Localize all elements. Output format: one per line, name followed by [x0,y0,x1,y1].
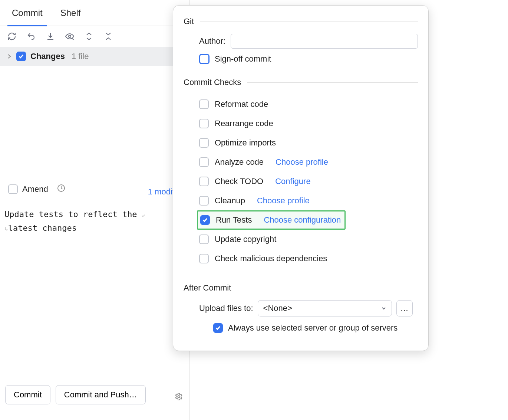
reformat-label: Reformat code [215,99,268,109]
soft-wrap-icon: ↙ [142,211,146,219]
amend-label: Amend [22,184,48,194]
copyright-checkbox[interactable] [199,234,209,244]
upload-select[interactable]: <None> [258,300,392,316]
always-row: Always use selected server or group of s… [184,323,418,333]
soft-wrap-icon: ↳ [4,225,8,232]
reformat-row: Reformat code [184,95,418,114]
commit-checks-label: Commit Checks [184,78,241,87]
author-input[interactable] [231,34,418,49]
svg-point-3 [69,35,71,37]
upload-label: Upload files to: [199,303,253,313]
always-label: Always use selected server or group of s… [228,323,398,333]
malicious-label: Check malicious dependencies [215,254,327,263]
chevron-down-icon [381,306,386,311]
cleanup-checkbox[interactable] [199,196,209,206]
analyze-row: Analyze code Choose profile [184,152,418,172]
commit-panel: Commit Shelf Changes [0,0,190,420]
upload-ellipsis-button[interactable]: … [396,300,413,316]
analyze-label: Analyze code [215,157,264,167]
tabs: Commit Shelf [0,0,189,26]
download-icon[interactable] [45,31,56,42]
signoff-checkbox[interactable] [199,54,210,64]
upload-row: Upload files to: <None> … [184,300,418,316]
chevron-right-icon[interactable] [7,52,12,61]
malicious-checkbox[interactable] [199,254,209,263]
analyze-choose-profile[interactable]: Choose profile [276,157,328,167]
rearrange-checkbox[interactable] [199,119,209,128]
history-icon[interactable] [57,184,65,194]
optimize-row: Optimize imports [184,133,418,152]
todo-label: Check TODO [215,177,263,186]
run-tests-label: Run Tests [216,215,252,225]
amend-checkbox[interactable] [8,184,18,194]
run-tests-checkbox[interactable] [200,215,210,225]
copyright-label: Update copyright [215,234,276,244]
todo-row: Check TODO Configure [184,172,418,191]
optimize-label: Optimize imports [215,138,276,148]
todo-configure[interactable]: Configure [275,177,310,186]
commit-checks-section: Commit Checks [184,78,418,87]
tab-shelf[interactable]: Shelf [56,0,85,26]
rearrange-label: Rearrange code [215,119,273,128]
malicious-row: Check malicious dependencies [184,249,418,268]
collapse-all-icon[interactable] [103,31,113,42]
commit-msg-line2: latest changes [8,223,77,233]
git-section: Git [184,17,418,26]
refresh-icon[interactable] [7,31,17,42]
after-commit-section: After Commit [184,283,418,293]
commit-msg-line1: Update tests to reflect the [4,210,137,219]
todo-checkbox[interactable] [199,177,209,186]
signoff-label: Sign-off commit [215,54,271,64]
modified-link[interactable]: 1 modif [148,187,175,197]
settings-icon[interactable] [175,393,183,403]
commit-buttons: Commit Commit and Push… [5,385,146,404]
cleanup-row: Cleanup Choose profile [184,191,418,210]
author-label: Author: [199,36,225,46]
analyze-checkbox[interactable] [199,157,209,167]
reformat-checkbox[interactable] [199,99,209,109]
author-row: Author: [184,34,418,49]
rearrange-row: Rearrange code [184,114,418,133]
upload-value: <None> [263,303,292,313]
changes-label: Changes [30,52,65,61]
changes-node[interactable]: Changes 1 file [0,47,189,66]
preview-icon[interactable] [65,31,75,42]
changes-count: 1 file [72,52,89,61]
always-checkbox[interactable] [213,323,223,333]
commit-options-popover: Git Author: Sign-off commit Commit Check… [173,5,429,351]
revert-icon[interactable] [26,31,36,42]
expand-all-icon[interactable] [84,31,94,42]
optimize-checkbox[interactable] [199,138,209,148]
tab-commit[interactable]: Commit [7,1,47,26]
commit-push-button[interactable]: Commit and Push… [56,385,146,404]
copyright-row: Update copyright [184,230,418,249]
cleanup-choose-profile[interactable]: Choose profile [257,196,310,206]
svg-point-5 [178,396,180,398]
signoff-row: Sign-off commit [184,54,418,64]
commit-toolbar [0,26,189,47]
git-section-label: Git [184,17,194,26]
amend-row: Amend [0,182,73,197]
after-commit-label: After Commit [184,283,231,293]
changes-checkbox[interactable] [16,52,26,61]
run-tests-row: Run Tests Choose configuration [197,210,346,230]
commit-button[interactable]: Commit [5,385,50,404]
run-tests-choose-config[interactable]: Choose configuration [264,215,341,225]
commit-message[interactable]: Update tests to reflect the ↙ ↳latest ch… [0,205,189,364]
cleanup-label: Cleanup [215,196,245,206]
